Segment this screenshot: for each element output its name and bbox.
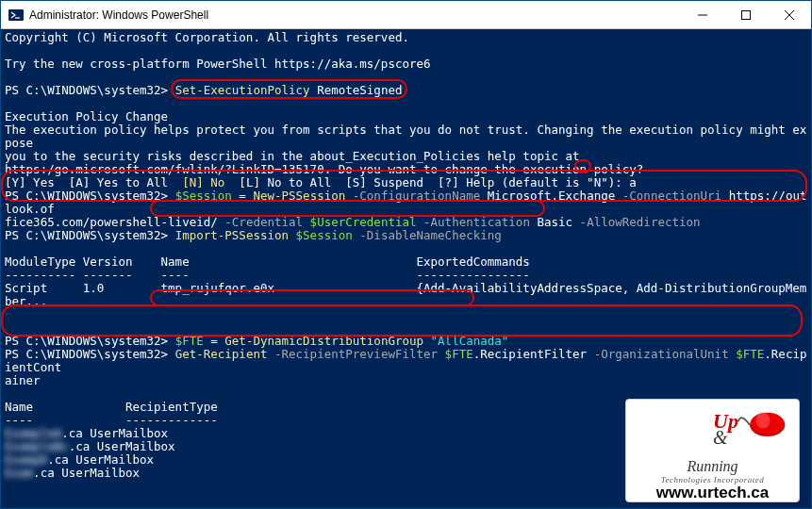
powershell-window: Administrator: Windows PowerShell Copyri… (0, 0, 812, 509)
terminal-output[interactable]: Copyright (C) Microsoft Corporation. All… (1, 29, 811, 508)
titlebar[interactable]: Administrator: Windows PowerShell (1, 1, 811, 29)
list-item: ExampleA.ca UserMailbox (5, 426, 168, 440)
copyright-line: Copyright (C) Microsoft Corporation. All… (5, 30, 409, 44)
policy-title: Execution Policy Change (5, 109, 168, 123)
annotation-highlight (1, 304, 803, 337)
cmd-set-executionpolicy: Set-ExecutionPolicy (175, 83, 310, 97)
cmd-new-pssession: New-PSSession (253, 189, 345, 203)
powershell-icon (8, 8, 24, 23)
list-item: Exam.ca UserMailbox (5, 466, 140, 480)
cmd-get-recipient: Get-Recipient (175, 347, 268, 361)
try-new-line: Try the new cross-platform PowerShell ht… (5, 57, 431, 71)
ps-prompt: PS C:\WINDOWS\system32> (5, 347, 168, 361)
table-header: ModuleType Version Name ExportedCommands (5, 254, 530, 269)
cmd-import-pssession: Import-PSSession (175, 228, 289, 242)
cmd-get-dynamicdistributiongroup: Get-DynamicDistributionGroup (224, 334, 423, 348)
ps-prompt: PS C:\WINDOWS\system32> (5, 83, 168, 97)
list-item: ExampD.ca UserMailbox (5, 452, 154, 467)
window-title: Administrator: Windows PowerShell (29, 8, 681, 22)
mouse-icon (737, 405, 789, 441)
ps-prompt: PS C:\WINDOWS\system32> (5, 189, 168, 203)
table-row: Script 1.0 tmp_rujufqor.e0x {Add-Availab… (5, 281, 806, 308)
close-button[interactable] (768, 1, 811, 28)
list-item: ExampleBc.ca UserMailbox (5, 439, 175, 453)
session-var: $Session (175, 189, 232, 203)
cursor: _ (175, 505, 183, 508)
window-controls (681, 1, 811, 28)
ps-prompt: PS C:\WINDOWS\system32> (5, 334, 168, 348)
ps-prompt: PS C:\WINDOWS\system32> (5, 228, 168, 242)
recipient-header: Name RecipientType (5, 400, 218, 414)
watermark-logo: Up & Running Technologies Incorporated w… (625, 399, 800, 502)
logo-url: www.urtech.ca (656, 486, 769, 500)
minimize-button[interactable] (681, 1, 724, 28)
svg-rect-2 (742, 10, 751, 19)
svg-point-7 (756, 413, 771, 429)
ps-prompt: PS C:\WINDOWS\system32> (5, 505, 168, 508)
maximize-button[interactable] (724, 1, 768, 28)
fte-var: $FTE (175, 334, 204, 348)
